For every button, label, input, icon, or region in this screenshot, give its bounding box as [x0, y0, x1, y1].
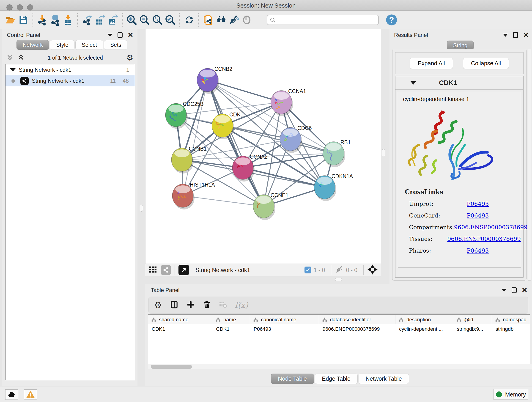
panel-menu-icon[interactable]	[503, 34, 508, 37]
memory-button[interactable]: Memory	[494, 389, 528, 400]
crosslink-link[interactable]: P06493	[467, 201, 489, 207]
edge-CCNB2-CCNE1[interactable]	[208, 80, 264, 206]
export-network-icon[interactable]	[81, 13, 94, 26]
tab-node-table[interactable]: Node Table	[271, 374, 314, 384]
table-options-gear-icon[interactable]: ⚙	[154, 301, 162, 309]
tab-style[interactable]: Style	[50, 40, 75, 50]
import-table-file-icon[interactable]	[62, 13, 75, 26]
node-CCNE1[interactable]	[253, 195, 275, 220]
crosslink-link[interactable]: P06493	[467, 247, 489, 254]
network-options-gear-icon[interactable]: ⚙	[127, 54, 133, 62]
export-table-icon[interactable]	[94, 13, 106, 26]
panel-close-icon[interactable]: ✕	[523, 32, 529, 38]
eye-icon[interactable]	[240, 13, 253, 26]
node-CDK1[interactable]	[212, 114, 234, 139]
panel-float-icon[interactable]	[118, 32, 123, 38]
table-cell[interactable]: P06493	[250, 324, 319, 334]
column-header-name[interactable]: name	[212, 315, 250, 324]
collapse-all-networks-icon[interactable]	[6, 54, 13, 62]
panel-float-icon[interactable]	[513, 32, 518, 38]
panel-close-icon[interactable]: ✕	[522, 287, 527, 293]
crosslink-link[interactable]: 9606.ENSP00000378699	[447, 236, 521, 242]
tab-network[interactable]: Network	[17, 40, 49, 50]
search-input[interactable]	[267, 15, 379, 25]
open-in-window-icon[interactable]	[178, 265, 189, 275]
warning-button[interactable]	[24, 389, 37, 400]
node-CCNA2[interactable]	[232, 156, 254, 182]
table-cell[interactable]: stringdb:9...	[453, 324, 492, 334]
expand-all-networks-icon[interactable]	[17, 54, 24, 62]
collection-label: String Network - cdk1	[19, 67, 71, 73]
network-collection-row[interactable]: String Network - cdk1 1	[6, 64, 135, 75]
hide-details-icon[interactable]	[228, 13, 240, 26]
hidden-eye-icon[interactable]	[335, 265, 344, 275]
edge-HIST1H1A-CCNE1[interactable]	[183, 196, 264, 206]
column-header-shared-name[interactable]: shared name	[148, 315, 212, 324]
tab-edge-table[interactable]: Edge Table	[315, 374, 358, 384]
zoom-out-icon[interactable]	[138, 13, 151, 26]
right-splitter-handle[interactable]	[382, 149, 385, 156]
edge-CCNB2-HIST1H1A[interactable]	[183, 80, 208, 196]
column-header-description[interactable]: description	[395, 315, 453, 324]
table-cell[interactable]: CDK1	[148, 324, 212, 334]
zoom-fit-icon[interactable]	[151, 13, 164, 26]
tab-network-table[interactable]: Network Table	[359, 374, 409, 384]
bottom-splitter-handle[interactable]	[335, 278, 342, 281]
zoom-in-icon[interactable]	[125, 13, 138, 26]
table-horizontal-scrollbar[interactable]	[148, 364, 532, 369]
panel-menu-icon[interactable]	[501, 289, 507, 292]
tab-sets[interactable]: Sets	[104, 40, 127, 50]
column-header-namespac[interactable]: namespac	[492, 315, 530, 324]
network-canvas[interactable]: CCNB2CCNA1CDC25BCDK1CDC6RB1CCNB1CCNA2CDK…	[145, 29, 381, 264]
panel-close-icon[interactable]: ✕	[128, 32, 133, 38]
string-view-icon[interactable]	[161, 265, 171, 275]
panel-float-icon[interactable]	[512, 287, 517, 293]
collection-disclosure-icon[interactable]	[10, 68, 16, 71]
crosslink-link[interactable]: 9606.ENSP00000378699	[454, 224, 528, 230]
birds-eye-crosshair-icon[interactable]	[367, 264, 378, 276]
column-header-canonical-name[interactable]: canonical name	[250, 315, 319, 324]
node-CCNA1[interactable]	[271, 90, 293, 116]
selected-checkbox-icon[interactable]: ✓	[304, 267, 311, 274]
left-splitter-handle[interactable]	[140, 205, 143, 211]
network-row-selected[interactable]: String Network - cdk1 11 48	[6, 75, 135, 86]
column-header-database-identifier[interactable]: database identifier	[319, 315, 395, 324]
network-node-count: 11	[110, 78, 116, 84]
zoom-selected-icon[interactable]	[164, 13, 177, 26]
entry-disclosure-icon[interactable]	[411, 81, 416, 85]
cloud-status-button[interactable]	[5, 389, 18, 400]
homes-icon[interactable]	[215, 13, 228, 26]
node-CDKN1A[interactable]	[314, 176, 336, 201]
import-network-database-icon[interactable]	[49, 13, 62, 26]
status-bar: Memory	[0, 386, 532, 402]
node-CDC25B[interactable]	[165, 103, 188, 129]
crosslink-link[interactable]: P06493	[467, 212, 489, 219]
clone-document-icon[interactable]	[202, 13, 215, 26]
collapse-all-button[interactable]: Collapse All	[463, 58, 509, 69]
save-session-icon[interactable]	[17, 13, 30, 26]
node-RB1[interactable]	[323, 142, 345, 167]
node-CCNB2[interactable]	[197, 68, 219, 94]
import-network-file-icon[interactable]	[36, 13, 49, 26]
grid-view-icon[interactable]	[148, 265, 158, 275]
expand-all-button[interactable]: Expand All	[410, 58, 453, 69]
panel-menu-icon[interactable]	[108, 34, 113, 37]
open-session-icon[interactable]	[4, 13, 17, 26]
delete-column-icon[interactable]	[203, 300, 211, 310]
scrollbar-thumb[interactable]	[151, 365, 192, 369]
help-icon[interactable]: ?	[385, 13, 398, 26]
show-columns-icon[interactable]	[170, 300, 178, 310]
node-table[interactable]: shared namenamecanonical namedatabase id…	[148, 314, 530, 365]
tab-select[interactable]: Select	[75, 40, 103, 50]
refresh-layout-icon[interactable]	[183, 13, 196, 26]
results-scrollbar[interactable]	[528, 49, 531, 281]
table-cell[interactable]: cyclin-dependent ...	[395, 324, 453, 334]
table-cell[interactable]: 9606.ENSP00000378699	[319, 324, 395, 334]
table-cell[interactable]: CDK1	[212, 324, 250, 334]
export-image-icon[interactable]	[106, 13, 119, 26]
add-column-icon[interactable]	[186, 300, 195, 310]
node-HIST1H1A[interactable]	[172, 184, 195, 210]
column-header-@id[interactable]: @id	[453, 315, 492, 324]
table-cell[interactable]: stringdb	[492, 324, 530, 334]
node-result-header[interactable]: CDK1	[395, 76, 523, 89]
